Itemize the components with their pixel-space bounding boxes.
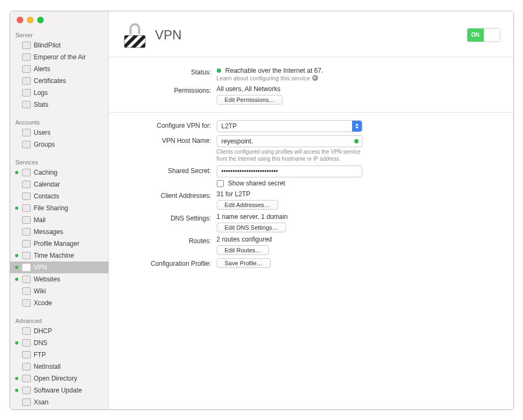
blindpilot-icon [22,42,31,49]
sidebar-item-stats[interactable]: Stats [10,99,108,111]
sidebar-item-label: File Sharing [34,203,68,213]
xcode-icon [22,299,31,307]
client-addresses-value: 31 for L2TP [217,190,251,198]
sidebar-item-logs[interactable]: Logs [10,87,108,99]
hostname-status-dot-icon [354,139,359,143]
sidebar-section-server: Server [10,29,108,39]
contacts-icon [22,192,31,200]
config-profile-label: Configuration Profile: [125,258,217,267]
sidebar-item-blindpilot[interactable]: BlindPilot [10,39,108,51]
open-directory-icon [22,375,31,382]
hostname-value: reyespoint. [222,137,253,145]
sidebar-item-label: Logs [34,88,48,98]
vpn-protocol-select[interactable]: L2TP [217,120,362,132]
hostname-hint: Clients configured using profiles will a… [217,148,362,162]
sidebar-item-calendar[interactable]: Calendar [10,178,108,190]
sidebar-section-services: Services [10,156,108,167]
sidebar-item-label: Messages [34,227,64,237]
sidebar-item-label: Certificates [34,76,66,86]
permissions-value: All users, All Networks [217,85,281,93]
sidebar-item-xsan[interactable]: Xsan [10,396,108,408]
pane-header: VPN ON [109,11,513,57]
sidebar-item-dhcp[interactable]: DHCP [10,325,108,337]
service-status-dot-icon [15,171,18,174]
xsan-icon [22,398,31,406]
sidebar-item-software-update[interactable]: Software Update [10,384,108,396]
sidebar-item-wiki[interactable]: Wiki [10,285,108,297]
service-status-dot-icon [15,301,18,305]
service-status-dot-icon [15,254,18,257]
learn-link-text: Learn about configuring this service [217,75,311,81]
sidebar-item-dns[interactable]: DNS [10,337,108,349]
sidebar-item-certificates[interactable]: Certificates [10,75,108,87]
sidebar-item-label: Websites [34,274,60,284]
permissions-label: Permissions: [125,85,217,94]
sidebar-item-label: Caching [34,168,58,177]
shared-secret-value: ••••••••••••••••••••••••• [222,168,278,175]
chevron-updown-icon [352,121,362,132]
sidebar-item-alerts[interactable]: Alerts [10,63,108,75]
logs-icon [22,89,31,97]
toggle-knob-icon [484,29,500,42]
sidebar-item-open-directory[interactable]: Open Directory [10,373,108,384]
messages-icon [22,228,31,236]
hostname-input[interactable]: reyespoint. [217,135,362,147]
sidebar-section-accounts: Accounts [10,116,108,127]
sidebar-item-xcode[interactable]: Xcode [10,297,108,309]
ftp-icon [22,351,31,359]
sidebar-item-profile-manager[interactable]: Profile Manager [10,238,108,250]
edit-dns-button[interactable]: Edit DNS Settings… [217,223,286,232]
edit-addresses-button[interactable]: Edit Addresses… [217,200,278,210]
service-status-dot-icon [15,183,18,186]
vpn-protocol-value: L2TP [222,122,237,130]
sidebar-section-advanced: Advanced [10,314,108,325]
toggle-on-label: ON [467,29,484,42]
sidebar-item-mail[interactable]: Mail [10,214,108,226]
profile-manager-icon [22,240,31,247]
wiki-icon [22,287,31,295]
show-secret-label: Show shared secret [228,180,285,187]
service-status-dot-icon [15,206,18,210]
sidebar-item-time-machine[interactable]: Time Machine [10,250,108,261]
service-toggle[interactable]: ON [467,28,500,42]
sidebar-item-file-sharing[interactable]: File Sharing [10,202,108,214]
close-icon[interactable] [17,17,23,23]
shared-secret-input[interactable]: ••••••••••••••••••••••••• [217,166,362,177]
page-title: VPN [155,27,182,43]
status-dot-icon [217,68,221,73]
sidebar-item-vpn[interactable]: VPN [10,261,108,273]
routes-label: Routes: [125,236,217,245]
minimize-icon[interactable] [27,17,33,23]
dns-settings-label: DNS Settings: [125,213,217,222]
sidebar-item-websites[interactable]: Websites [10,273,108,285]
zoom-icon[interactable] [37,17,44,23]
service-status-dot-icon [15,278,18,281]
learn-link[interactable]: Learn about configuring this service [217,75,319,81]
sidebar-item-netinstall[interactable]: NetInstall [10,361,108,373]
sidebar-item-label: NetInstall [34,362,61,371]
edit-permissions-button[interactable]: Edit Permissions… [217,95,283,105]
routes-value: 2 routes configured [217,236,272,243]
service-status-dot-icon [15,401,18,404]
sidebar-item-label: Calendar [34,180,60,189]
window-controls [17,17,44,23]
sidebar-item-label: Stats [34,100,49,109]
sidebar-item-groups[interactable]: Groups [10,139,108,150]
save-profile-button[interactable]: Save Profile… [217,258,271,268]
sidebar-item-users[interactable]: Users [10,127,108,139]
show-secret-checkbox[interactable] [217,180,224,187]
sidebar-item-label: Alerts [34,64,51,74]
websites-icon [22,276,31,283]
sidebar-item-label: Users [34,128,51,137]
sidebar-item-label: Wiki [34,286,46,296]
sidebar-item-emperor-of-the-air[interactable]: Emperor of the Air [10,51,108,63]
sidebar: Server BlindPilotEmperor of the AirAlert… [10,11,109,409]
edit-routes-button[interactable]: Edit Routes… [217,245,270,255]
status-label: Status: [125,67,217,76]
service-status-dot-icon [15,230,18,233]
sidebar-item-contacts[interactable]: Contacts [10,190,108,202]
sidebar-item-caching[interactable]: Caching [10,167,108,178]
certificates-icon [22,77,31,85]
sidebar-item-ftp[interactable]: FTP [10,349,108,361]
sidebar-item-messages[interactable]: Messages [10,226,108,238]
